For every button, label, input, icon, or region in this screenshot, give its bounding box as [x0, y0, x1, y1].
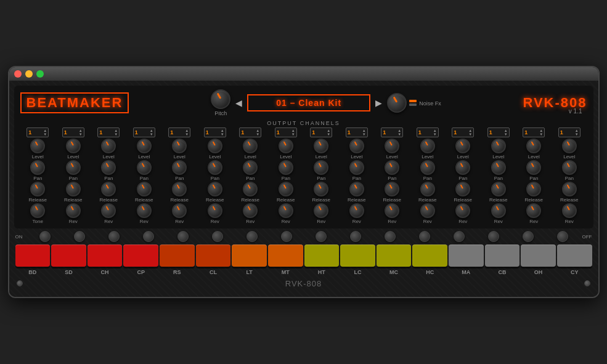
level-knob-3[interactable]: [101, 139, 116, 153]
channel-select-9[interactable]: 1 ▲▼: [310, 127, 332, 137]
channel-select-15[interactable]: 1 ▲▼: [523, 127, 545, 137]
spinner-arrows-16[interactable]: ▲▼: [575, 129, 579, 136]
level-knob-11[interactable]: [385, 139, 399, 153]
tone-knob-15[interactable]: [526, 203, 541, 218]
level-knob-9[interactable]: [314, 139, 328, 153]
release-knob-14[interactable]: [491, 182, 506, 196]
spinner-arrows-4[interactable]: ▲▼: [150, 129, 153, 136]
pan-knob-15[interactable]: [526, 160, 541, 175]
tone-knob-11[interactable]: [385, 203, 399, 218]
release-knob-13[interactable]: [455, 182, 470, 196]
pan-knob-14[interactable]: [491, 160, 506, 175]
spinner-arrows-11[interactable]: ▲▼: [397, 129, 401, 136]
pan-knob-1[interactable]: [30, 160, 45, 175]
next-preset-btn[interactable]: ▶: [375, 98, 382, 108]
pad-cb[interactable]: [485, 245, 520, 267]
pan-knob-7[interactable]: [243, 160, 258, 175]
noise-fx-knob[interactable]: [387, 93, 407, 113]
level-knob-8[interactable]: [279, 139, 293, 153]
tone-knob-10[interactable]: [349, 203, 364, 218]
tone-knob-4[interactable]: [137, 203, 152, 218]
tone-knob-13[interactable]: [455, 203, 470, 218]
minimize-btn[interactable]: [25, 70, 33, 78]
toggle-switch-10[interactable]: [338, 231, 373, 242]
tone-knob-6[interactable]: [208, 203, 222, 218]
level-knob-5[interactable]: [172, 139, 187, 153]
toggle-switch-9[interactable]: [304, 231, 338, 242]
pan-knob-13[interactable]: [455, 160, 470, 175]
tone-knob-1[interactable]: [30, 203, 45, 218]
release-knob-2[interactable]: [66, 182, 81, 196]
toggle-switch-4[interactable]: [131, 231, 166, 242]
pad-hc[interactable]: [412, 245, 447, 267]
pan-knob-16[interactable]: [562, 160, 577, 175]
noise-fx-toggle[interactable]: [409, 100, 417, 106]
release-knob-3[interactable]: [101, 182, 116, 196]
prev-preset-btn[interactable]: ◀: [235, 98, 242, 108]
spinner-arrows-1[interactable]: ▲▼: [43, 129, 47, 136]
pad-ht[interactable]: [304, 245, 340, 267]
spinner-arrows-13[interactable]: ▲▼: [468, 129, 472, 136]
toggle-switch-3[interactable]: [97, 231, 131, 242]
channel-select-2[interactable]: 1 ▲▼: [62, 127, 84, 137]
pan-knob-2[interactable]: [66, 160, 81, 175]
pad-oh[interactable]: [521, 245, 556, 267]
pad-bd[interactable]: [15, 245, 51, 267]
pad-cl[interactable]: [196, 245, 231, 267]
close-btn[interactable]: [14, 70, 22, 78]
channel-select-5[interactable]: 1 ▲▼: [168, 127, 190, 137]
release-knob-11[interactable]: [385, 182, 399, 196]
pan-knob-6[interactable]: [208, 160, 222, 175]
spinner-arrows-5[interactable]: ▲▼: [185, 129, 189, 136]
toggle-switch-14[interactable]: [476, 231, 511, 242]
spinner-arrows-6[interactable]: ▲▼: [221, 129, 224, 136]
pad-rs[interactable]: [160, 245, 195, 267]
level-knob-12[interactable]: [420, 139, 435, 153]
pan-knob-11[interactable]: [385, 160, 399, 175]
tone-knob-8[interactable]: [279, 203, 293, 218]
release-knob-1[interactable]: [30, 182, 45, 196]
level-knob-15[interactable]: [526, 139, 541, 153]
toggle-switch-11[interactable]: [373, 231, 407, 242]
pad-mc[interactable]: [377, 245, 412, 267]
pan-knob-8[interactable]: [279, 160, 293, 175]
toggle-switch-12[interactable]: [407, 231, 442, 242]
release-knob-4[interactable]: [137, 182, 152, 196]
release-knob-9[interactable]: [314, 182, 328, 196]
toggle-switch-8[interactable]: [269, 231, 304, 242]
pan-knob-3[interactable]: [101, 160, 116, 175]
channel-select-14[interactable]: 1 ▲▼: [487, 127, 510, 137]
spinner-arrows-3[interactable]: ▲▼: [114, 129, 118, 136]
pad-ch[interactable]: [88, 245, 123, 267]
tone-knob-7[interactable]: [243, 203, 258, 218]
tone-knob-9[interactable]: [314, 203, 328, 218]
release-knob-12[interactable]: [420, 182, 435, 196]
release-knob-6[interactable]: [208, 182, 222, 196]
spinner-arrows-12[interactable]: ▲▼: [433, 129, 437, 136]
spinner-arrows-2[interactable]: ▲▼: [79, 129, 83, 136]
pad-sd[interactable]: [51, 245, 86, 267]
pad-ma[interactable]: [449, 245, 484, 267]
spinner-arrows-14[interactable]: ▲▼: [504, 129, 508, 136]
pad-lt[interactable]: [232, 245, 267, 267]
spinner-arrows-9[interactable]: ▲▼: [327, 129, 330, 136]
level-knob-13[interactable]: [455, 139, 470, 153]
toggle-switch-16[interactable]: [545, 231, 580, 242]
pan-knob-5[interactable]: [172, 160, 187, 175]
channel-select-3[interactable]: 1 ▲▼: [97, 127, 120, 137]
spinner-arrows-7[interactable]: ▲▼: [256, 129, 259, 136]
toggle-switch-6[interactable]: [200, 231, 235, 242]
tone-knob-16[interactable]: [562, 203, 577, 218]
channel-select-12[interactable]: 1 ▲▼: [417, 127, 439, 137]
pad-cp[interactable]: [123, 245, 158, 267]
level-knob-16[interactable]: [562, 139, 577, 153]
spinner-arrows-15[interactable]: ▲▼: [539, 129, 543, 136]
tone-knob-12[interactable]: [420, 203, 435, 218]
level-knob-10[interactable]: [349, 139, 364, 153]
pan-knob-10[interactable]: [349, 160, 364, 175]
release-knob-10[interactable]: [349, 182, 364, 196]
pan-knob-9[interactable]: [314, 160, 328, 175]
release-knob-7[interactable]: [243, 182, 258, 196]
pad-cy[interactable]: [557, 245, 592, 267]
channel-select-10[interactable]: 1 ▲▼: [346, 127, 368, 137]
